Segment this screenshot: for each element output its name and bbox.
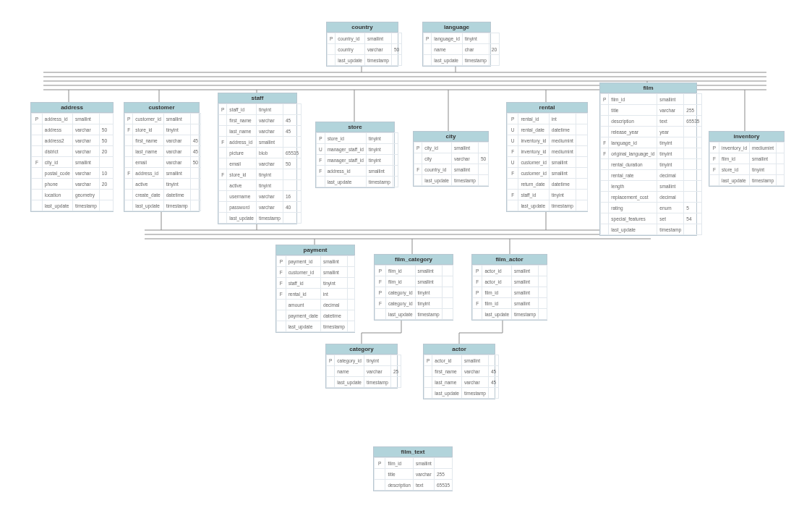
cell: address_id: [325, 166, 366, 177]
cell: varchar: [72, 124, 99, 135]
cell: tinyint: [366, 155, 393, 166]
cell: smallint: [415, 266, 442, 276]
cell: mediumint: [549, 146, 576, 157]
table-row: Pcustomer_idsmallint: [125, 114, 201, 124]
cell: datetime: [549, 179, 576, 190]
cell: [539, 266, 547, 276]
cell: geometry: [72, 190, 99, 200]
cell: inventory_id: [518, 146, 549, 157]
cell: P: [277, 256, 286, 267]
cell: [601, 116, 609, 127]
cell: F: [473, 276, 482, 287]
cell: store_id: [719, 164, 750, 175]
table-row: Fstore_idtinyint: [125, 124, 201, 135]
cell: text: [657, 116, 684, 127]
cell: char: [462, 44, 489, 55]
table-row: namechar20: [424, 44, 500, 55]
erd-table-city: cityPcity_idsmallintcityvarchar50Fcountr…: [413, 131, 489, 187]
cell: category_id: [385, 287, 415, 298]
cell: U: [508, 157, 518, 168]
cell: tinyint: [657, 159, 684, 170]
cell: [125, 146, 133, 157]
cell: [488, 355, 498, 366]
cell: smallint: [512, 276, 539, 287]
table-row: Ucustomer_idsmallint: [508, 157, 588, 168]
cell: P: [327, 355, 335, 366]
cell: last_update: [482, 309, 512, 320]
cell: [219, 180, 227, 191]
cell: timestamp: [657, 224, 684, 235]
table-row: Pactor_idsmallint: [473, 266, 547, 276]
cell: last_update: [227, 213, 257, 224]
table-row: last_updatetimestamp: [710, 175, 785, 186]
cell: F: [32, 157, 43, 168]
cell: [684, 170, 702, 181]
cell: last_update: [336, 55, 365, 66]
cell: varchar: [413, 469, 434, 480]
cell: F: [375, 276, 386, 287]
cell: [32, 179, 43, 190]
cell: [32, 168, 43, 179]
cell: [277, 321, 286, 332]
table-row: Planguage_idtinyint: [424, 33, 500, 44]
cell: enum: [657, 203, 684, 213]
cell: tinyint: [256, 104, 283, 115]
cell: [601, 224, 609, 235]
cell: P: [508, 114, 518, 124]
cell: language_id: [432, 33, 462, 44]
cell: [424, 44, 432, 55]
erd-table-address: addressPaddress_idsmallintaddressvarchar…: [30, 102, 114, 212]
cell: smallint: [451, 143, 478, 153]
cell: [442, 309, 453, 320]
erd-table-inventory: inventoryPinventory_idmediumintFfilm_ids…: [709, 131, 785, 187]
table-header: customer: [124, 103, 199, 113]
cell: [375, 309, 386, 320]
table-row: descriptiontext65535: [375, 480, 453, 491]
cell: [489, 33, 499, 44]
cell: tinyint: [657, 137, 684, 148]
cell: [327, 366, 335, 377]
cell: [190, 114, 200, 124]
cell: [601, 213, 609, 224]
cell: timestamp: [415, 309, 442, 320]
cell: [393, 166, 398, 177]
cell: P: [317, 133, 325, 144]
cell: phone: [42, 179, 72, 190]
cell: [190, 124, 200, 135]
cell: F: [508, 168, 518, 179]
cell: 10: [99, 168, 113, 179]
erd-table-film_category: film_categoryPfilm_idsmallintFfilm_idsma…: [374, 254, 453, 321]
cell: [424, 377, 432, 388]
cell: [283, 213, 301, 224]
cell: customer_id: [518, 168, 549, 179]
cell: last_update: [518, 200, 549, 211]
table-row: locationgeometry: [32, 190, 114, 200]
cell: country_id: [336, 33, 365, 44]
table-header: film_category: [375, 255, 453, 265]
cell: 65535: [434, 480, 452, 491]
cell: city: [422, 153, 452, 164]
cell: [576, 114, 587, 124]
cell: [601, 159, 609, 170]
cell: film_id: [385, 458, 413, 469]
cell: F: [219, 169, 227, 180]
table-row: last_updatetimestamp: [424, 388, 499, 399]
cell: [219, 126, 227, 137]
table-header: actor: [424, 344, 495, 355]
cell: last_update: [385, 309, 415, 320]
cell: decimal: [657, 170, 684, 181]
cell: timestamp: [366, 177, 393, 187]
table-row: Pfilm_idsmallint: [375, 458, 453, 469]
table-row: activetinyint: [219, 180, 302, 191]
cell: timestamp: [512, 309, 539, 320]
cell: address: [42, 124, 72, 135]
table-row: first_namevarchar45: [424, 366, 499, 377]
cell: timestamp: [549, 200, 576, 211]
erd-table-rental: rentalPrental_idintUrental_datedatetimeU…: [506, 102, 588, 212]
cell: smallint: [256, 137, 283, 148]
cell: [32, 190, 43, 200]
cell: 65535: [684, 116, 702, 127]
table-row: Ffilm_idsmallint: [375, 276, 453, 287]
cell: [601, 203, 609, 213]
table-row: Fstaff_idtinyint: [277, 278, 355, 289]
